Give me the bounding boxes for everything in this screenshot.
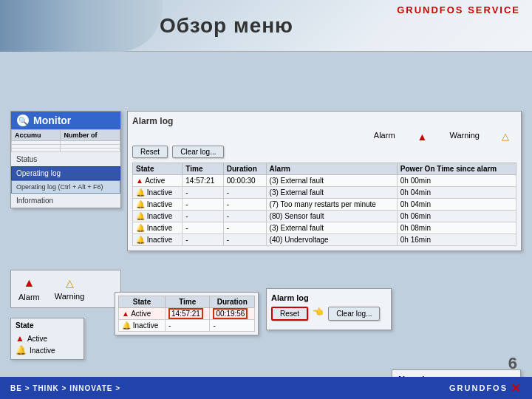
cursor-icon: 👈: [313, 307, 324, 321]
table-row: (3) External fault: [266, 175, 397, 187]
th-power: Power On Time since alarm: [397, 163, 516, 175]
table-row: -: [223, 222, 266, 234]
alarm-col-label: Alarm: [374, 131, 395, 143]
mini-th-state: State: [119, 296, 166, 308]
reset-btn-small[interactable]: Reset: [271, 307, 308, 321]
alarm-log-main-title: Alarm log: [132, 116, 516, 126]
th-time: Time: [183, 163, 223, 175]
mini-row: ▲ Active: [119, 308, 166, 320]
table-row: -: [223, 199, 266, 211]
state-active-row: ▲ Active: [16, 332, 79, 344]
active-alarm-icon: ▲: [16, 333, 24, 344]
mini-th-duration: Duration: [210, 296, 255, 308]
warning-label-left: Warning: [55, 292, 85, 301]
table-row: (80) Sensor fault: [266, 211, 397, 222]
table-row: 0h 00min: [397, 175, 516, 187]
table-row: -: [183, 211, 223, 222]
header-background: [0, 0, 163, 52]
mini-row: 🔔 Inactive: [119, 320, 166, 332]
col-accumu: Accumu: [12, 130, 61, 141]
footer-right-text: GRUNDFOS ✕: [449, 381, 522, 395]
monitor-header: 🔍 Monitor: [11, 112, 120, 129]
alarm-red-icon: ▲: [417, 131, 428, 143]
table-row: (40) Undervoltage: [266, 234, 397, 246]
table-row: -: [223, 187, 266, 199]
nav-operating-log-shortcut[interactable]: Operating log (Ctrl + Alt + F6): [11, 180, 120, 194]
alarm-icon-left: ▲: [23, 276, 35, 290]
inactive-bell-icon: 🔔: [16, 345, 27, 355]
th-alarm: Alarm: [266, 163, 397, 175]
alarm-col: ▲ Alarm: [18, 276, 40, 301]
clear-log-btn-small[interactable]: Clear log...: [328, 307, 380, 321]
alarm-label-left: Alarm: [18, 293, 40, 301]
nav-status[interactable]: Status: [11, 152, 120, 166]
alarm-log-small-panel: Alarm log Reset 👈 Clear log...: [266, 288, 392, 330]
footer-left-text: BE > THINK > INNOVATE >: [10, 384, 120, 392]
monitor-search-icon: 🔍: [17, 115, 29, 126]
th-state: State: [133, 163, 183, 175]
monitor-title: Monitor: [33, 115, 71, 126]
grundfos-x-icon: ✕: [511, 381, 522, 395]
table-row: 🔔 Inactive: [133, 234, 183, 246]
warning-icon-left: △: [66, 277, 74, 289]
reset-btn-main[interactable]: Reset: [132, 146, 168, 158]
mini-row: -: [210, 320, 255, 332]
alarm-log-main-panel: Alarm log Alarm ▲ Warning △ Reset Clear …: [127, 111, 522, 251]
table-row: (3) External fault: [266, 187, 397, 199]
table-row: -: [183, 222, 223, 234]
alarm-icons-row: Alarm ▲ Warning △: [132, 131, 516, 143]
warning-col: △ Warning: [55, 277, 85, 301]
nav-information[interactable]: Information: [11, 194, 120, 208]
warning-col-label: Warning: [449, 131, 480, 143]
th-duration: Duration: [223, 163, 266, 175]
table-row: -: [223, 234, 266, 246]
table-row: -: [223, 211, 266, 222]
warning-yellow-icon: △: [502, 131, 509, 143]
table-row: 🔔 Inactive: [133, 187, 183, 199]
mini-table: State Time Duration ▲ Active 14:57:21 00…: [118, 296, 255, 332]
table-row: 0h 04min: [397, 199, 516, 211]
table-row: 🔔 Inactive: [133, 211, 183, 222]
table-row: -: [183, 199, 223, 211]
col-num1: Number of: [61, 130, 120, 141]
table-row: 0h 04min: [397, 187, 516, 199]
mini-th-time: Time: [166, 296, 210, 308]
table-row: 00:00:30: [223, 175, 266, 187]
monitor-cell: [61, 149, 120, 152]
table-row: 14:57:21: [183, 175, 223, 187]
table-row: -: [183, 187, 223, 199]
table-row: (7) Too many restarts per minute: [266, 199, 397, 211]
state-box: State ▲ Active 🔔 Inactive: [10, 318, 84, 360]
alarm-log-main-btn-row: Reset Clear log...: [132, 146, 516, 158]
footer: BE > THINK > INNOVATE > GRUNDFOS ✕: [0, 377, 532, 399]
brand-label: GRUNDFOS SERVICE: [397, 4, 520, 16]
table-row: (3) External fault: [266, 222, 397, 234]
table-row: 🔔 Inactive: [133, 222, 183, 234]
table-row: ▲ Active: [133, 175, 183, 187]
page-number: 6: [508, 354, 517, 373]
alarm-log-main-table: State Time Duration Alarm Power On Time …: [132, 163, 516, 246]
mini-alarm-panel: State Time Duration ▲ Active 14:57:21 00…: [115, 292, 259, 335]
monitor-panel: 🔍 Monitor Accumu Number of Status Operat…: [10, 111, 121, 208]
mini-row: -: [166, 320, 210, 332]
monitor-table: Accumu Number of: [11, 129, 120, 152]
monitor-cell: [12, 149, 61, 152]
table-row: 0h 08min: [397, 222, 516, 234]
alarm-warning-left-box: ▲ Alarm △ Warning: [10, 270, 121, 308]
state-inactive-row: 🔔 Inactive: [16, 344, 79, 356]
nav-operating-log[interactable]: Operating log: [11, 166, 120, 180]
table-row: 0h 06min: [397, 211, 516, 222]
table-row: 0h 16min: [397, 234, 516, 246]
table-row: -: [183, 234, 223, 246]
header: GRUNDFOS SERVICE Обзор меню: [0, 0, 532, 52]
mini-row: 14:57:21: [166, 308, 210, 320]
alarm-log-small-title: Alarm log: [271, 293, 386, 302]
clear-log-btn-main[interactable]: Clear log...: [172, 146, 224, 158]
table-row: 🔔 Inactive: [133, 199, 183, 211]
alarm-log-small-btn-row: Reset 👈 Clear log...: [271, 307, 386, 321]
main-content: 🔍 Monitor Accumu Number of Status Operat…: [0, 52, 532, 377]
grundfos-label: GRUNDFOS: [449, 383, 508, 392]
state-box-title: State: [16, 321, 79, 330]
page-title: Обзор меню: [160, 14, 293, 38]
mini-row: 00:19:56: [210, 308, 255, 320]
